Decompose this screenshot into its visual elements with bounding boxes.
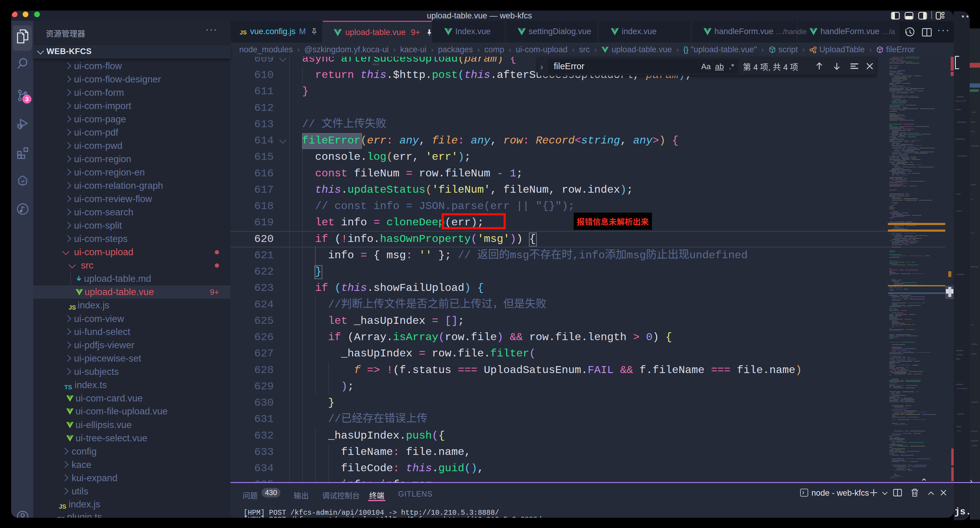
svg-text:JS: JS xyxy=(240,29,247,36)
